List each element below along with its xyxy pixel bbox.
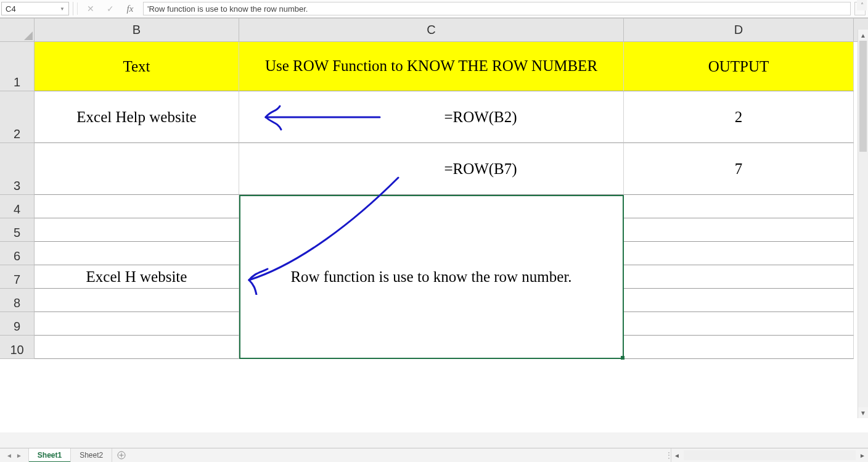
formula-input[interactable]: 'Row function is use to know the row num… [143,2,851,15]
row-header-7[interactable]: 7 [0,265,34,289]
cell-B6[interactable] [35,242,239,265]
cell-C2[interactable]: =ROW(B2) [239,91,624,143]
hscroll-track[interactable] [684,450,856,460]
cell-D4[interactable] [624,195,854,218]
cell-D1[interactable]: OUTPUT [624,42,854,91]
svg-marker-0 [24,31,33,40]
cell-B2[interactable]: Excel Help website [35,91,239,143]
cell-D9[interactable] [624,312,854,336]
cell-B4[interactable] [35,195,239,218]
cell-C1[interactable]: Use ROW Function to KNOW THE ROW NUMBER [239,42,624,91]
cell-D10[interactable] [624,336,854,359]
cell-D7[interactable] [624,265,854,289]
name-box[interactable]: C4 ▼ [1,2,69,15]
scroll-left-button[interactable]: ◄ [671,450,682,461]
cell-B3[interactable] [35,143,239,195]
cell-B1[interactable]: Text [35,42,239,91]
cell-D3[interactable]: 7 [624,143,854,195]
row-header-4[interactable]: 4 [0,195,34,218]
tab-nav[interactable]: ◄ ► [0,448,29,462]
scroll-right-button[interactable]: ► [857,450,868,461]
separator [77,2,78,15]
row-header-1[interactable]: 1 [0,42,34,91]
chevron-down-icon[interactable]: ▼ [60,6,65,12]
cell-D8[interactable] [624,289,854,312]
column-header-B[interactable]: B [35,19,239,41]
cell-B8[interactable] [35,289,239,312]
cell-D2[interactable]: 2 [624,91,854,143]
horizontal-scrollbar[interactable]: ◄ ► [671,448,868,462]
cell-B5[interactable] [35,218,239,242]
cell-B10[interactable] [35,336,239,359]
accept-formula-button[interactable]: ✓ [104,4,117,14]
row-header-10[interactable]: 10 [0,336,34,359]
cell-B7[interactable]: Excel H website [35,265,239,289]
cancel-formula-button[interactable]: ✕ [84,4,97,14]
tab-sheet1[interactable]: Sheet1 [29,448,71,462]
row-header-2[interactable]: 2 [0,91,34,143]
select-all-corner[interactable] [0,19,35,42]
plus-circle-icon [117,451,126,460]
row-header-8[interactable]: 8 [0,289,34,312]
tab-sheet2[interactable]: Sheet2 [71,448,112,462]
column-header-C[interactable]: C [239,19,624,41]
add-sheet-button[interactable] [112,448,131,462]
column-headers: B C D [35,19,868,42]
scroll-up-button[interactable]: ▲ [858,30,868,41]
row-header-3[interactable]: 3 [0,143,34,195]
ribbon-collapse-button[interactable]: ˄ [857,0,867,10]
insert-function-button[interactable]: fx [123,4,137,14]
formula-bar: C4 ▼ ✕ ✓ fx 'Row function is use to know… [0,0,868,18]
row-header-6[interactable]: 6 [0,242,34,265]
cell-C4[interactable]: Row function is use to know the row numb… [239,195,624,359]
vertical-scrollbar[interactable]: ▲ ▼ [858,30,868,418]
formula-input-value: 'Row function is use to know the row num… [147,4,308,14]
row-headers: 1 2 3 4 5 6 7 8 9 10 [0,42,35,359]
cell-B9[interactable] [35,312,239,336]
cell-D5[interactable] [624,218,854,242]
sheet-tab-bar: ◄ ► Sheet1 Sheet2 ⋮ ◄ ► [0,448,868,462]
name-box-value: C4 [6,4,16,14]
row-header-5[interactable]: 5 [0,218,34,242]
column-header-D[interactable]: D [624,19,854,41]
tab-nav-next-icon[interactable]: ► [16,452,22,459]
row-header-9[interactable]: 9 [0,312,34,336]
tab-nav-prev-icon[interactable]: ◄ [6,452,12,459]
cell-area: Text Use ROW Function to KNOW THE ROW NU… [35,42,868,432]
scroll-down-button[interactable]: ▼ [858,407,868,418]
spreadsheet-grid[interactable]: B C D 1 2 3 4 5 6 7 8 9 10 Text Use ROW … [0,18,868,432]
scroll-track[interactable] [858,41,868,407]
cell-C3[interactable]: =ROW(B7) [239,143,624,195]
cell-D6[interactable] [624,242,854,265]
scroll-thumb[interactable] [859,41,867,152]
